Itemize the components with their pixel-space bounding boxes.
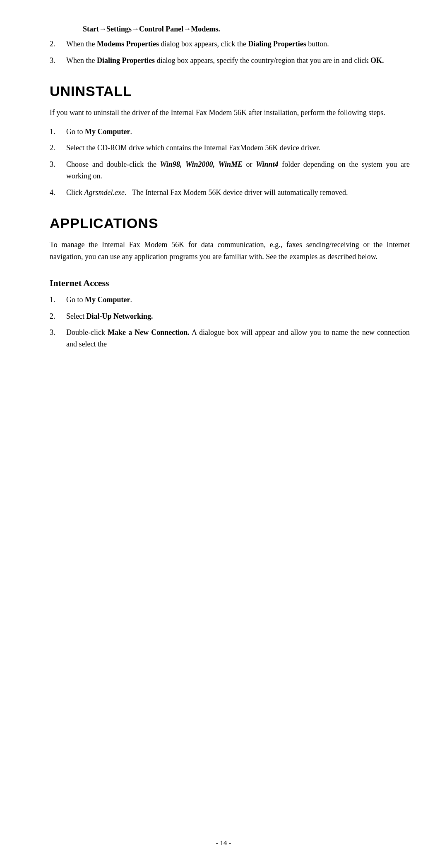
win98-label: Win98, <box>160 160 182 168</box>
intro-section: Start→Settings→Control Panel→Modems. 2. … <box>50 25 410 67</box>
my-computer-label2: My Computer <box>85 296 130 304</box>
uninstall-item-1: 1. Go to My Computer. <box>50 126 410 138</box>
uninstall-heading: UNINSTALL <box>50 83 410 99</box>
uninstall-section: UNINSTALL If you want to uninstall the d… <box>50 83 410 199</box>
agrsmdel-label: Agrsmdel.exe <box>84 188 125 197</box>
dialing-properties-label2: Dialing Properties <box>97 56 155 65</box>
item-content: Go to My Computer. <box>66 294 410 306</box>
item-content: Click Agrsmdel.exe. The Internal Fax Mod… <box>66 187 410 199</box>
internet-access-heading: Internet Access <box>50 278 410 289</box>
item-num: 2. <box>50 38 66 50</box>
my-computer-label: My Computer <box>85 127 130 136</box>
uninstall-item-2: 2. Select the CD-ROM drive which contain… <box>50 142 410 154</box>
internet-item-1: 1. Go to My Computer. <box>50 294 410 306</box>
item-num: 2. <box>50 142 66 154</box>
item-num: 1. <box>50 126 66 138</box>
uninstall-item-4: 4. Click Agrsmdel.exe. The Internal Fax … <box>50 187 410 199</box>
document-page: Start→Settings→Control Panel→Modems. 2. … <box>0 0 447 868</box>
item-num: 2. <box>50 311 66 322</box>
item-content: Select Dial-Up Networking. <box>66 311 410 322</box>
applications-intro: To manage the Internal Fax Modem 56K for… <box>50 239 410 263</box>
ok-label: OK. <box>370 56 384 65</box>
modems-properties-label: Modems Properties <box>97 40 159 48</box>
win2000-label: Win2000, <box>185 160 215 168</box>
start-path-text: Start→Settings→Control Panel→Modems. <box>83 25 220 33</box>
item-num: 1. <box>50 294 66 306</box>
item-num: 3. <box>50 55 66 67</box>
item-content: Double-click Make a New Connection. A di… <box>66 327 410 350</box>
dialing-properties-label: Dialing Properties <box>248 40 306 48</box>
item-content: Select the CD-ROM drive which contains t… <box>66 142 410 154</box>
uninstall-intro: If you want to uninstall the driver of t… <box>50 107 410 119</box>
uninstall-list: 1. Go to My Computer. 2. Select the CD-R… <box>50 126 410 199</box>
item-content: Go to My Computer. <box>66 126 410 138</box>
internet-item-3: 3. Double-click Make a New Connection. A… <box>50 327 410 350</box>
winme-label: WinME <box>219 160 243 168</box>
item-num: 3. <box>50 159 66 182</box>
winnt4-label: Winnt4 <box>256 160 278 168</box>
internet-access-section: Internet Access 1. Go to My Computer. 2.… <box>50 278 410 351</box>
item-content: When the Dialing Properties dialog box a… <box>66 55 410 67</box>
item-num: 3. <box>50 327 66 350</box>
internet-item-2: 2. Select Dial-Up Networking. <box>50 311 410 322</box>
dialup-networking-label: Dial-Up Networking. <box>86 312 153 320</box>
applications-section: APPLICATIONS To manage the Internal Fax … <box>50 215 410 350</box>
item-content: Choose and double-click the Win98, Win20… <box>66 159 410 182</box>
uninstall-item-3: 3. Choose and double-click the Win98, Wi… <box>50 159 410 182</box>
intro-item-3: 3. When the Dialing Properties dialog bo… <box>50 55 410 67</box>
page-footer: - 14 - <box>0 839 447 847</box>
start-path-line: Start→Settings→Control Panel→Modems. <box>50 25 410 34</box>
intro-item-2: 2. When the Modems Properties dialog box… <box>50 38 410 50</box>
item-num: 4. <box>50 187 66 199</box>
make-new-connection-label: Make a New Connection. <box>108 328 190 337</box>
item-content: When the Modems Properties dialog box ap… <box>66 38 410 50</box>
applications-heading: APPLICATIONS <box>50 215 410 231</box>
intro-list: 2. When the Modems Properties dialog box… <box>50 38 410 67</box>
page-number: - 14 - <box>216 839 231 847</box>
internet-access-list: 1. Go to My Computer. 2. Select Dial-Up … <box>50 294 410 351</box>
